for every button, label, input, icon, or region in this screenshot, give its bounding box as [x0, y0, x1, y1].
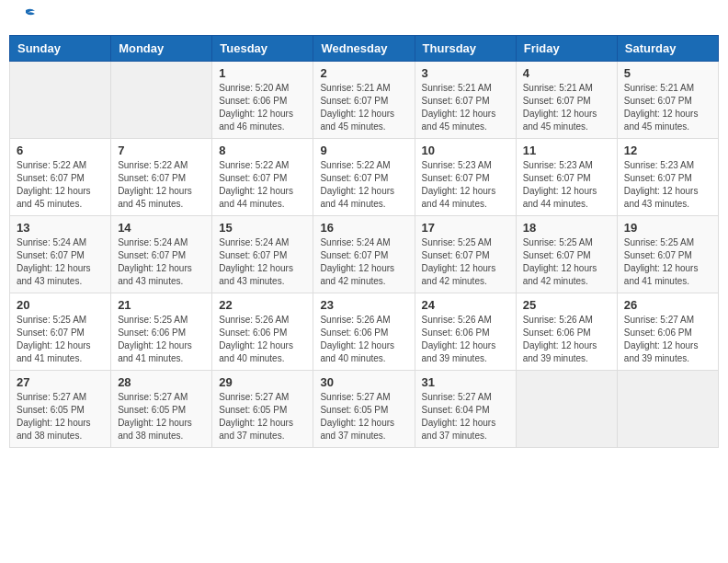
- day-number: 20: [17, 298, 104, 312]
- day-number: 27: [17, 375, 104, 389]
- day-number: 4: [523, 66, 610, 80]
- day-number: 31: [422, 375, 509, 389]
- calendar-cell: 8Sunrise: 5:22 AMSunset: 6:07 PMDaylight…: [212, 139, 313, 216]
- calendar-cell: 12Sunrise: 5:23 AMSunset: 6:07 PMDayligh…: [617, 139, 718, 216]
- calendar-week-row: 6Sunrise: 5:22 AMSunset: 6:07 PMDaylight…: [10, 139, 719, 216]
- day-number: 12: [624, 144, 711, 157]
- day-details: Sunrise: 5:21 AMSunset: 6:07 PMDaylight:…: [422, 82, 509, 133]
- day-details: Sunrise: 5:22 AMSunset: 6:07 PMDaylight:…: [219, 159, 306, 211]
- day-number: 10: [422, 144, 509, 157]
- day-number: 13: [17, 221, 104, 235]
- calendar-cell: 15Sunrise: 5:24 AMSunset: 6:07 PMDayligh…: [212, 216, 313, 293]
- calendar-cell: 22Sunrise: 5:26 AMSunset: 6:06 PMDayligh…: [212, 293, 313, 371]
- calendar-cell: 5Sunrise: 5:21 AMSunset: 6:07 PMDaylight…: [617, 62, 718, 139]
- day-header-monday: Monday: [111, 36, 212, 62]
- day-details: Sunrise: 5:27 AMSunset: 6:05 PMDaylight:…: [320, 391, 407, 442]
- day-details: Sunrise: 5:27 AMSunset: 6:05 PMDaylight:…: [219, 391, 306, 442]
- calendar-cell: [10, 62, 111, 139]
- day-number: 2: [320, 66, 407, 80]
- day-details: Sunrise: 5:22 AMSunset: 6:07 PMDaylight:…: [320, 159, 407, 211]
- calendar-cell: 14Sunrise: 5:24 AMSunset: 6:07 PMDayligh…: [111, 216, 212, 293]
- calendar-week-row: 20Sunrise: 5:25 AMSunset: 6:07 PMDayligh…: [10, 293, 719, 371]
- calendar-cell: 13Sunrise: 5:24 AMSunset: 6:07 PMDayligh…: [10, 216, 111, 293]
- day-details: Sunrise: 5:25 AMSunset: 6:07 PMDaylight:…: [523, 236, 610, 288]
- day-details: Sunrise: 5:22 AMSunset: 6:07 PMDaylight:…: [17, 159, 104, 211]
- day-details: Sunrise: 5:21 AMSunset: 6:07 PMDaylight:…: [523, 82, 610, 133]
- calendar-cell: 28Sunrise: 5:27 AMSunset: 6:05 PMDayligh…: [111, 371, 212, 448]
- day-header-thursday: Thursday: [415, 36, 516, 62]
- day-details: Sunrise: 5:23 AMSunset: 6:07 PMDaylight:…: [523, 159, 610, 211]
- calendar-cell: 10Sunrise: 5:23 AMSunset: 6:07 PMDayligh…: [415, 139, 516, 216]
- day-number: 22: [219, 298, 306, 312]
- calendar-cell: 19Sunrise: 5:25 AMSunset: 6:07 PMDayligh…: [617, 216, 718, 293]
- calendar-cell: 2Sunrise: 5:21 AMSunset: 6:07 PMDaylight…: [313, 62, 415, 139]
- day-number: 14: [118, 221, 205, 235]
- calendar-cell: 3Sunrise: 5:21 AMSunset: 6:07 PMDaylight…: [415, 62, 516, 139]
- calendar-cell: [617, 371, 718, 448]
- day-number: 3: [422, 66, 509, 80]
- day-number: 21: [118, 298, 205, 312]
- day-number: 9: [320, 144, 407, 157]
- day-details: Sunrise: 5:25 AMSunset: 6:07 PMDaylight:…: [422, 236, 509, 288]
- day-details: Sunrise: 5:21 AMSunset: 6:07 PMDaylight:…: [320, 82, 407, 133]
- logo: [17, 13, 37, 24]
- day-details: Sunrise: 5:22 AMSunset: 6:07 PMDaylight:…: [118, 159, 205, 211]
- day-number: 6: [17, 144, 104, 157]
- calendar-cell: 9Sunrise: 5:22 AMSunset: 6:07 PMDaylight…: [313, 139, 415, 216]
- calendar-cell: 4Sunrise: 5:21 AMSunset: 6:07 PMDaylight…: [516, 62, 617, 139]
- day-details: Sunrise: 5:24 AMSunset: 6:07 PMDaylight:…: [118, 236, 205, 288]
- day-details: Sunrise: 5:25 AMSunset: 6:07 PMDaylight:…: [624, 236, 711, 288]
- calendar-cell: 16Sunrise: 5:24 AMSunset: 6:07 PMDayligh…: [313, 216, 415, 293]
- day-details: Sunrise: 5:27 AMSunset: 6:05 PMDaylight:…: [118, 391, 205, 442]
- calendar-cell: 24Sunrise: 5:26 AMSunset: 6:06 PMDayligh…: [415, 293, 516, 371]
- day-number: 30: [320, 375, 407, 389]
- calendar-cell: 31Sunrise: 5:27 AMSunset: 6:04 PMDayligh…: [415, 371, 516, 448]
- day-details: Sunrise: 5:23 AMSunset: 6:07 PMDaylight:…: [422, 159, 509, 211]
- day-number: 19: [624, 221, 711, 235]
- calendar-cell: 23Sunrise: 5:26 AMSunset: 6:06 PMDayligh…: [313, 293, 415, 371]
- calendar-cell: 27Sunrise: 5:27 AMSunset: 6:05 PMDayligh…: [10, 371, 111, 448]
- day-number: 18: [523, 221, 610, 235]
- day-details: Sunrise: 5:25 AMSunset: 6:06 PMDaylight:…: [118, 314, 205, 365]
- day-details: Sunrise: 5:24 AMSunset: 6:07 PMDaylight:…: [17, 236, 104, 288]
- calendar-header-row: SundayMondayTuesdayWednesdayThursdayFrid…: [10, 36, 719, 62]
- day-header-friday: Friday: [516, 36, 617, 62]
- day-details: Sunrise: 5:25 AMSunset: 6:07 PMDaylight:…: [17, 314, 104, 365]
- calendar-week-row: 27Sunrise: 5:27 AMSunset: 6:05 PMDayligh…: [10, 371, 719, 448]
- day-number: 16: [320, 221, 407, 235]
- calendar-cell: 21Sunrise: 5:25 AMSunset: 6:06 PMDayligh…: [111, 293, 212, 371]
- calendar-week-row: 1Sunrise: 5:20 AMSunset: 6:06 PMDaylight…: [10, 62, 719, 139]
- calendar-week-row: 13Sunrise: 5:24 AMSunset: 6:07 PMDayligh…: [10, 216, 719, 293]
- day-number: 25: [523, 298, 610, 312]
- calendar-cell: [111, 62, 212, 139]
- day-number: 8: [219, 144, 306, 157]
- day-details: Sunrise: 5:27 AMSunset: 6:06 PMDaylight:…: [624, 314, 711, 365]
- day-number: 29: [219, 375, 306, 389]
- day-details: Sunrise: 5:21 AMSunset: 6:07 PMDaylight:…: [624, 82, 711, 133]
- day-header-tuesday: Tuesday: [212, 36, 313, 62]
- day-number: 7: [118, 144, 205, 157]
- calendar-cell: 11Sunrise: 5:23 AMSunset: 6:07 PMDayligh…: [516, 139, 617, 216]
- day-number: 5: [624, 66, 711, 80]
- calendar-cell: 1Sunrise: 5:20 AMSunset: 6:06 PMDaylight…: [212, 62, 313, 139]
- day-number: 24: [422, 298, 509, 312]
- day-details: Sunrise: 5:24 AMSunset: 6:07 PMDaylight:…: [320, 236, 407, 288]
- day-details: Sunrise: 5:23 AMSunset: 6:07 PMDaylight:…: [624, 159, 711, 211]
- day-details: Sunrise: 5:24 AMSunset: 6:07 PMDaylight:…: [219, 236, 306, 288]
- day-details: Sunrise: 5:26 AMSunset: 6:06 PMDaylight:…: [523, 314, 610, 365]
- calendar-cell: 30Sunrise: 5:27 AMSunset: 6:05 PMDayligh…: [313, 371, 415, 448]
- day-number: 1: [219, 66, 306, 80]
- day-header-sunday: Sunday: [10, 36, 111, 62]
- calendar-cell: [516, 371, 617, 448]
- calendar-cell: 6Sunrise: 5:22 AMSunset: 6:07 PMDaylight…: [10, 139, 111, 216]
- day-details: Sunrise: 5:26 AMSunset: 6:06 PMDaylight:…: [219, 314, 306, 365]
- day-details: Sunrise: 5:27 AMSunset: 6:04 PMDaylight:…: [422, 391, 509, 442]
- day-details: Sunrise: 5:26 AMSunset: 6:06 PMDaylight:…: [320, 314, 407, 365]
- page-header: [9, 9, 719, 28]
- calendar-cell: 29Sunrise: 5:27 AMSunset: 6:05 PMDayligh…: [212, 371, 313, 448]
- calendar-cell: 7Sunrise: 5:22 AMSunset: 6:07 PMDaylight…: [111, 139, 212, 216]
- calendar-table: SundayMondayTuesdayWednesdayThursdayFrid…: [9, 35, 719, 448]
- day-number: 15: [219, 221, 306, 235]
- day-details: Sunrise: 5:27 AMSunset: 6:05 PMDaylight:…: [17, 391, 104, 442]
- day-number: 28: [118, 375, 205, 389]
